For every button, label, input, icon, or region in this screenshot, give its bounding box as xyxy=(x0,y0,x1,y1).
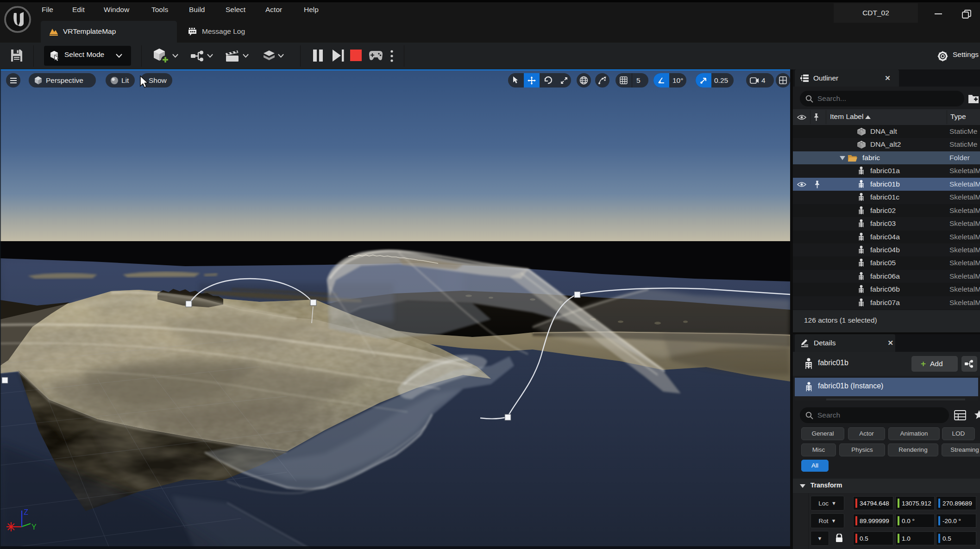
svg-text:Z: Z xyxy=(24,508,28,516)
svg-text:Y: Y xyxy=(31,523,37,531)
